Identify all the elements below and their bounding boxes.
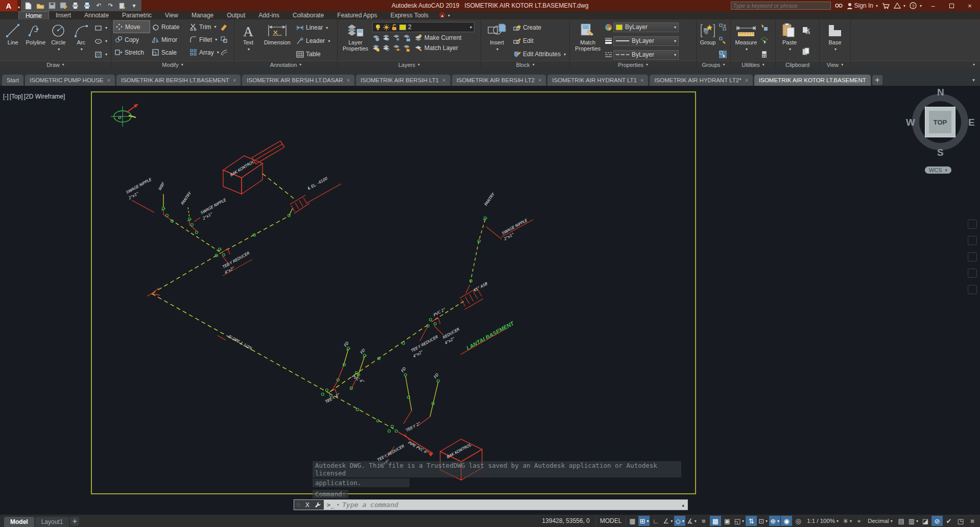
panel-label-properties[interactable]: Properties▾ (570, 61, 696, 68)
linetype-dropdown[interactable]: ByLayer▾ (613, 50, 679, 60)
copy-button[interactable]: Copy (113, 33, 150, 46)
pan-icon[interactable] (968, 236, 977, 245)
ribbon-tab-addins[interactable]: Add-ins (252, 11, 286, 19)
file-tab-isometric-pump-house[interactable]: ISOMETRIC PUMP HOUSE× (25, 75, 115, 86)
arc-button[interactable]: Arc▾ (70, 21, 92, 61)
sheet-set-icon[interactable] (118, 2, 127, 10)
command-close-icon[interactable]: X (305, 501, 309, 509)
status-selection-cycling[interactable]: ▣ (722, 516, 733, 526)
close-icon[interactable]: × (347, 77, 350, 83)
drawing-canvas[interactable]: U BAK KONTROL (0, 86, 980, 515)
autodesk-account-icon[interactable]: ▾ (894, 3, 905, 9)
wcs-selector[interactable]: WCS▾ (925, 166, 951, 174)
save-as-icon[interactable] (59, 2, 68, 10)
stretch-button[interactable]: Stretch (113, 46, 150, 59)
file-tab-overflow-icon[interactable]: ▾ (972, 77, 980, 86)
trim-button[interactable]: Trim▾ (188, 20, 219, 33)
group-selection-icon[interactable] (719, 51, 727, 58)
zoom-extents-icon[interactable] (968, 252, 977, 261)
layer-dropdown[interactable]: 2 ▾ (372, 22, 474, 32)
circle-dropdown-icon[interactable]: ▾ (58, 46, 60, 53)
panel-label-clipboard[interactable]: Clipboard (776, 61, 819, 68)
open-folder-icon[interactable] (36, 2, 44, 10)
ribbon-tab-output[interactable]: Output (220, 11, 252, 19)
match-properties-button[interactable]: Match Properties (572, 21, 604, 61)
layer-thaw-all-icon[interactable] (393, 44, 400, 52)
ellipse-button[interactable]: ▾ (93, 35, 109, 47)
viewcube[interactable]: N S W E TOP WCS▾ (908, 90, 972, 197)
mirror-button[interactable]: Mirror (150, 33, 188, 46)
command-history-expand-icon[interactable]: ▴ (679, 500, 687, 510)
status-autoscale[interactable]: ◎ (793, 516, 804, 526)
ribbon-tab-manage[interactable]: Manage (185, 11, 220, 19)
group-edit-icon[interactable] (719, 37, 727, 44)
status-quick-properties[interactable]: ▤ (896, 516, 907, 526)
layer-lock-icon[interactable] (403, 34, 411, 42)
close-icon[interactable]: × (745, 77, 748, 83)
command-input[interactable] (342, 500, 679, 510)
status-selection-filtering[interactable]: ⊡▾ (757, 516, 769, 526)
restore-button[interactable] (944, 2, 959, 10)
file-tab-air-hydrant-lt1[interactable]: ISOMETRIK AIR HYDRANT LT1× (547, 75, 648, 86)
status-annotation-scale[interactable]: 1:1 / 100%▾ (804, 516, 841, 526)
status-ortho-mode[interactable]: ∟ (650, 516, 661, 526)
new-layout-button[interactable]: + (70, 517, 79, 526)
orbit-icon[interactable] (968, 269, 977, 278)
measure-button[interactable]: Measure▾ (733, 21, 759, 61)
close-icon[interactable]: × (538, 77, 541, 83)
status-lineweight[interactable]: ≡ (698, 516, 709, 526)
viewcube-east[interactable]: E (968, 117, 975, 128)
model-space-button[interactable]: MODEL (595, 516, 627, 525)
layer-freeze-icon[interactable] (393, 34, 400, 42)
status-units[interactable]: Decimal▾ (865, 516, 895, 526)
panel-label-layers[interactable]: Layers▾ (338, 61, 481, 68)
layer-on-all-icon[interactable] (372, 44, 380, 52)
status-isodraft[interactable]: ◇▾ (674, 516, 685, 526)
status-clean-screen[interactable]: ◳ (955, 516, 966, 526)
app-store-cart-icon[interactable] (882, 3, 890, 9)
status-polar-tracking[interactable]: ∠▾ (662, 516, 674, 526)
undo-icon[interactable]: ↶ (94, 2, 103, 10)
viewport-view-control[interactable]: [Top] (10, 93, 23, 100)
layout1-tab[interactable]: Layout1 (35, 517, 69, 527)
status-workspace-switching[interactable]: ✳▾ (842, 516, 853, 526)
new-file-icon[interactable] (24, 2, 33, 10)
line-button[interactable]: Line (2, 21, 24, 61)
lineweight-dropdown[interactable]: ByLayer▾ (613, 36, 679, 46)
close-icon[interactable]: × (233, 77, 236, 83)
edit-attributes-button[interactable]: Edit Attributes▾ (512, 48, 567, 61)
table-button[interactable]: Table (295, 48, 331, 61)
showmotion-icon[interactable] (968, 285, 977, 294)
scale-button[interactable]: Scale (150, 46, 188, 59)
erase-button[interactable] (219, 20, 229, 33)
plot-icon[interactable] (71, 2, 80, 10)
explode-button[interactable] (219, 33, 229, 46)
status-object-snap-3d[interactable]: ◱▾ (733, 516, 745, 526)
layer-off-icon[interactable] (372, 34, 380, 42)
linear-dimension-button[interactable]: Linear▾ (295, 21, 331, 34)
app-menu-dropdown-icon[interactable]: ▾ (18, 5, 20, 10)
base-button[interactable]: Base▾ (822, 21, 848, 61)
panel-label-annotation[interactable]: Annotation▾ (234, 61, 337, 68)
status-dynamic-input[interactable]: ⇅ (746, 516, 757, 526)
arc-dropdown-icon[interactable]: ▾ (81, 46, 83, 53)
status-annotation-visibility[interactable]: ◉ (781, 516, 792, 526)
viewcube-north[interactable]: N (937, 87, 944, 98)
fillet-button[interactable]: Fillet▾ (188, 33, 219, 46)
circle-button[interactable]: Circle▾ (47, 21, 69, 61)
layer-isolate-icon[interactable] (383, 34, 390, 42)
status-lock-ui[interactable]: ▥▾ (907, 516, 919, 526)
ungroup-icon[interactable] (719, 23, 727, 31)
file-tab-air-bersih-dasar[interactable]: ISOMETRIK AIR BERSIH LT.DASAR× (242, 75, 354, 86)
paste-button[interactable]: Paste▾ (778, 21, 801, 61)
group-button[interactable]: Group (698, 21, 718, 61)
status-isolate-objects[interactable]: ◪ (920, 516, 931, 526)
print-icon[interactable] (83, 2, 91, 10)
array-button[interactable]: Array▾ (188, 46, 219, 59)
offset-button[interactable] (219, 46, 229, 59)
rectangle-button[interactable]: ▾ (93, 21, 109, 34)
viewport-visual-style-control[interactable]: [2D Wireframe] (24, 93, 65, 100)
qat-customize-icon[interactable]: ▾ (130, 2, 138, 10)
status-object-snap-tracking[interactable]: ∡▾ (686, 516, 698, 526)
close-icon[interactable]: × (442, 77, 445, 83)
